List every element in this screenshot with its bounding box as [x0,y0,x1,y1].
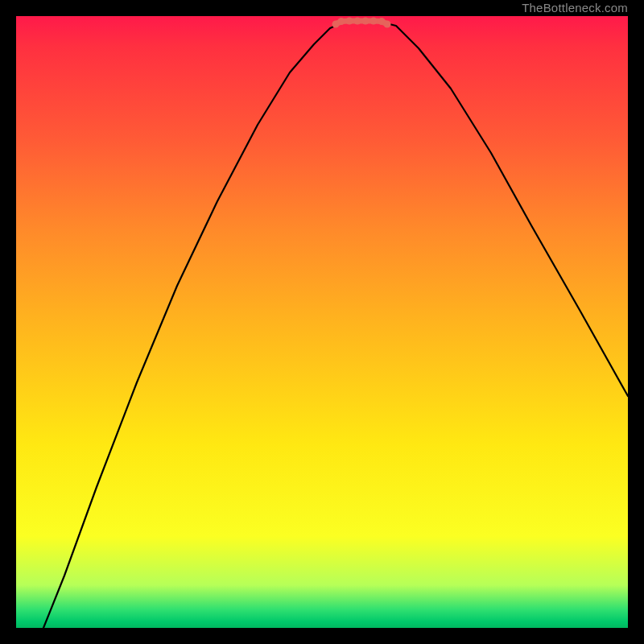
marker-dot [362,18,369,25]
chart-frame: TheBottleneck.com [0,0,644,644]
plot-area [16,16,628,628]
marker-dot [384,21,391,28]
watermark-text: TheBottleneck.com [522,0,628,16]
curve-layer [16,16,628,628]
bottleneck-curve [43,22,628,628]
marker-dot [370,18,378,25]
marker-dot [338,18,345,25]
marker-dot [354,18,361,25]
marker-dot [346,18,353,25]
